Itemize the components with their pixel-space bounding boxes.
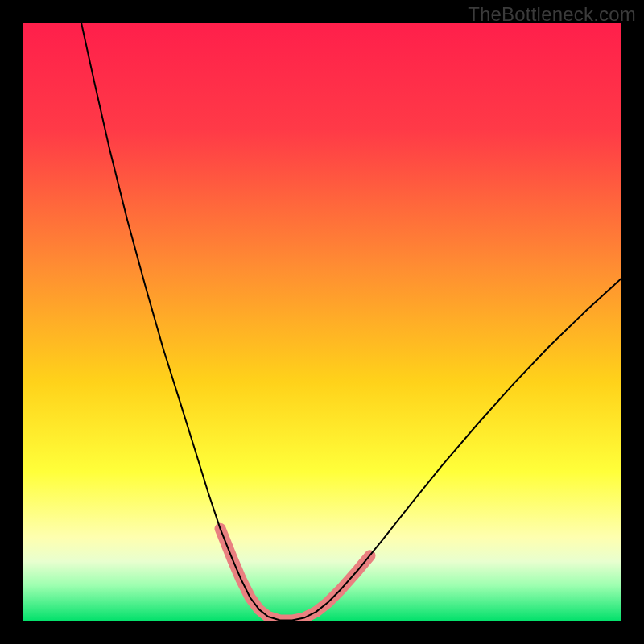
gradient-background-chart bbox=[23, 23, 621, 621]
chart-frame: TheBottleneck.com bbox=[0, 0, 644, 644]
gradient-rect bbox=[23, 23, 621, 621]
plot-area bbox=[23, 23, 621, 621]
